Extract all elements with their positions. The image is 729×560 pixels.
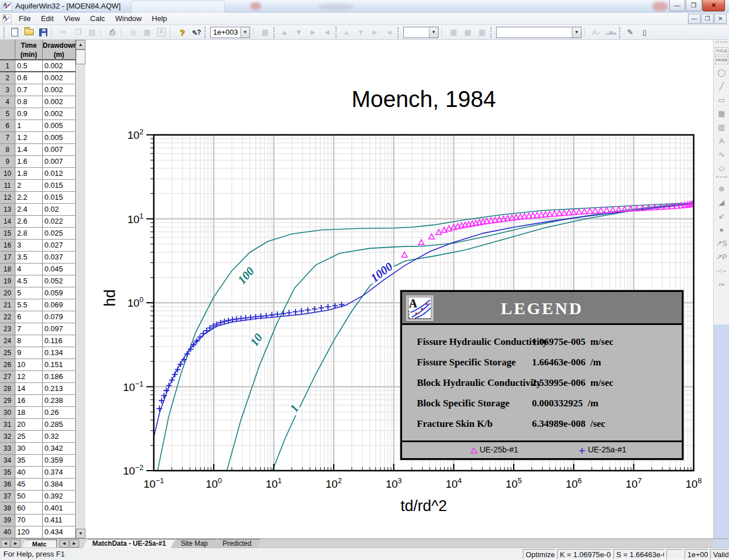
row-number[interactable]: 19 [0, 275, 15, 287]
row-number[interactable]: 9 [0, 156, 15, 167]
match-value-combo-value[interactable]: 1e+003 [211, 28, 240, 36]
time-cell[interactable]: 35 [15, 455, 43, 466]
row-number[interactable]: 32 [0, 431, 15, 442]
row-number[interactable]: 15 [0, 228, 15, 239]
time-cell[interactable]: 120 [15, 526, 43, 538]
drawdown-cell[interactable]: 0.213 [43, 383, 76, 394]
row-number[interactable]: 37 [0, 491, 15, 502]
drawdown-cell[interactable]: 0.151 [43, 359, 76, 370]
time-cell[interactable]: 5 [15, 287, 43, 299]
table-hscroll-left[interactable]: ◀ [59, 540, 69, 547]
drawdown-cell[interactable]: 0.007 [43, 156, 76, 167]
drawdown-cell[interactable]: 0.411 [43, 514, 76, 526]
title-annotation-tool[interactable]: TITLE [715, 47, 728, 55]
drawdown-cell[interactable]: 0.059 [43, 287, 76, 299]
shift-left-button[interactable]: ◄ [383, 26, 396, 39]
drawdown-cell[interactable]: 0.32 [43, 431, 76, 442]
drawdown-cell[interactable]: 0.037 [43, 252, 76, 263]
row-number[interactable]: 39 [0, 514, 15, 526]
drawdown-cell[interactable]: 0.079 [43, 311, 76, 323]
axis-profile-button[interactable]: ▂▅▃ [604, 26, 617, 39]
time-cell[interactable]: 20 [15, 419, 43, 430]
sheet-tab-predicted[interactable]: Predicted [214, 539, 261, 548]
drawdown-cell[interactable]: 0.007 [43, 144, 76, 155]
calculator-button[interactable]: ▦ [141, 26, 154, 39]
scale-bar-tool[interactable]: ▥ [714, 120, 729, 134]
time-cell[interactable]: 2.6 [15, 216, 43, 227]
row-number[interactable]: 21 [0, 299, 15, 311]
mdi-minimize-button[interactable]: — [688, 14, 701, 24]
time-cell[interactable]: 1.4 [15, 144, 43, 155]
menu-item-window[interactable]: Window [110, 13, 146, 25]
drawdown-cell[interactable]: 0.002 [43, 96, 76, 108]
menu-item-file[interactable]: File [14, 13, 36, 25]
drawdown-cell[interactable]: 0.025 [43, 228, 76, 239]
drawdown-cell[interactable]: 0.359 [43, 455, 76, 466]
time-cell[interactable]: 0.9 [15, 108, 43, 120]
copy-button[interactable]: ❐ [71, 26, 84, 39]
drawdown-cell[interactable]: 0.116 [43, 335, 76, 347]
row-number[interactable]: 29 [0, 395, 15, 406]
menu-item-calc[interactable]: Calc [85, 13, 110, 25]
time-cell[interactable]: 3.5 [15, 252, 43, 263]
row-number[interactable]: 5 [0, 108, 15, 120]
drawdown-cell[interactable]: 0.069 [43, 299, 76, 311]
row-number[interactable]: 12 [0, 192, 15, 203]
time-cell[interactable]: 0.5 [15, 60, 43, 71]
grid-c-button[interactable]: ▦ [476, 26, 489, 39]
time-cell[interactable]: 4 [15, 263, 43, 275]
properties-button[interactable]: ✎ [624, 26, 637, 39]
row-number[interactable]: 8 [0, 144, 15, 155]
drawdown-cell[interactable]: 0.002 [43, 60, 76, 71]
row-number[interactable]: 2 [0, 72, 15, 84]
row-number[interactable]: 40 [0, 526, 15, 538]
row-number[interactable]: 20 [0, 287, 15, 299]
node-tool[interactable]: -○- [714, 263, 729, 277]
table-hscroll-right[interactable]: ▶ [69, 540, 79, 547]
row-number[interactable]: 7 [0, 132, 15, 143]
drawdown-cell[interactable]: 0.392 [43, 491, 76, 502]
table-vertical-scrollbar[interactable]: ▲ ▼ [76, 40, 85, 538]
grid-a-button[interactable]: ▦ [447, 26, 460, 39]
new-view-button[interactable]: ▯ [638, 26, 651, 39]
row-number[interactable]: 1 [0, 60, 15, 71]
menu-item-edit[interactable]: Edit [36, 13, 59, 25]
sheet-tab-matchdata-ue-25a-1[interactable]: MatchData - UE-25a-#1 [83, 539, 175, 548]
drawdown-cell[interactable]: 0.005 [43, 120, 76, 131]
text-tool[interactable]: A [714, 134, 729, 147]
time-cell[interactable]: 1.2 [15, 132, 43, 143]
new-document-button[interactable] [8, 26, 21, 39]
curve-annotation-tool[interactable]: ∿ [714, 147, 729, 161]
match-value-combo[interactable]: 1e+003▼ [210, 27, 250, 38]
row-number[interactable]: 33 [0, 443, 15, 454]
drawdown-cell[interactable]: 0.26 [43, 407, 76, 418]
paste-button[interactable]: ▤ [85, 26, 99, 39]
row-number[interactable]: 16 [0, 240, 15, 251]
time-cell[interactable]: 0.6 [15, 72, 43, 84]
drawdown-cell[interactable]: 0.002 [43, 72, 76, 84]
row-number[interactable]: 11 [0, 180, 15, 191]
time-cell[interactable]: 1.6 [15, 156, 43, 167]
rectangle-tool[interactable]: ▭ [714, 93, 729, 106]
drawdown-cell[interactable]: 0.285 [43, 419, 76, 430]
open-file-button[interactable] [22, 26, 35, 39]
drawdown-cell[interactable]: 0.015 [43, 192, 76, 203]
grid-calc-button[interactable]: ▦ [259, 26, 272, 39]
flow-direction-tool[interactable]: ◢ [714, 195, 729, 209]
drawdown-cell[interactable]: 0.002 [43, 108, 76, 120]
drawdown-cell[interactable]: 0.005 [43, 132, 76, 143]
time-cell[interactable]: 40 [15, 467, 43, 478]
font-box-button[interactable]: A [155, 26, 168, 39]
move-down-button[interactable]: ▼ [292, 26, 305, 39]
font-scale-button[interactable]: A₊ [590, 26, 603, 39]
drawdown-cell[interactable]: 0.384 [43, 479, 76, 490]
row-number[interactable]: 31 [0, 419, 15, 430]
row-number[interactable]: 17 [0, 252, 15, 263]
gradient-arrow-tool[interactable]: ⇙ [714, 209, 729, 223]
pathline-link-tool[interactable]: ∾ [714, 277, 729, 291]
mdi-close-button[interactable]: ✕ [714, 14, 727, 24]
parameter-annotation-tool[interactable]: PARM [715, 56, 728, 64]
particle-path-tool[interactable]: ↗P [714, 250, 729, 263]
menu-item-help[interactable]: Help [147, 13, 173, 25]
time-cell[interactable]: 14 [15, 383, 43, 394]
